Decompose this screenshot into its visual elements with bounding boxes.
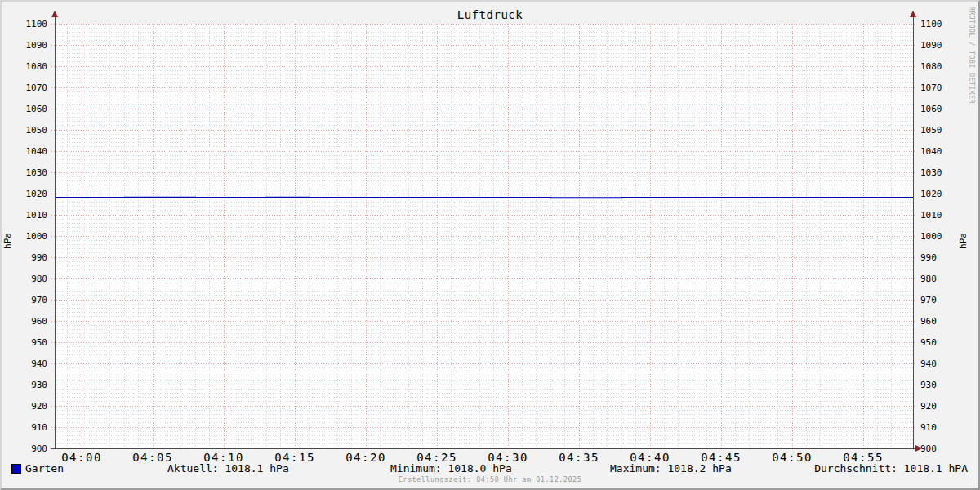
y-tick-label-right: 920 [920,402,963,411]
y-axis-unit-left: hPa [3,225,13,257]
y-tick-label-right: 930 [920,381,963,390]
stat-minimum: Minimum: 1018.0 hPa [390,462,512,474]
y-tick-label-right: 1060 [920,105,963,114]
y-tick-label-right: 1040 [920,147,963,156]
pressure-chart: Luftdruck RRDTOOL / TOBI OETIKER hPa hPa… [0,0,980,490]
x-tick-label: 04:35 [545,452,613,464]
y-tick-label-left: 940 [8,359,47,368]
y-tick-label-left: 910 [8,423,47,432]
series-color-swatch [11,464,21,474]
y-tick-label-right: 1020 [920,189,963,198]
y-tick-label-right: 1070 [920,83,963,92]
y-tick-label-left: 1020 [8,189,47,198]
y-tick-label-right: 1050 [920,126,963,135]
stat-average: Durchschnitt: 1018.1 hPA [814,462,968,474]
y-tick-label-right: 980 [920,274,963,283]
y-tick-label-right: 900 [920,444,963,453]
y-tick-label-left: 1040 [8,147,47,156]
y-tick-label-left: 1090 [8,41,47,50]
y-tick-label-left: 1050 [8,126,47,135]
y-tick-label-left: 900 [8,444,47,453]
y-tick-label-right: 960 [920,317,963,326]
y-tick-label-left: 1000 [8,232,47,241]
y-tick-label-right: 950 [920,338,963,347]
y-axis-unit-right: hPa [959,225,969,257]
y-tick-label-left: 990 [8,253,47,262]
y-tick-label-left: 1080 [8,62,47,71]
chart-canvas [0,0,980,490]
pressure-line [55,198,913,198]
y-tick-label-left: 1070 [8,83,47,92]
y-tick-label-left: 920 [8,402,47,411]
creation-timestamp: Erstellungszeit: 04:58 Uhr am 01.12.2025 [0,475,980,483]
y-tick-label-right: 990 [920,253,963,262]
stat-maximum: Maximum: 1018.2 hPa [610,462,732,474]
y-tick-label-right: 1090 [920,41,963,50]
y-tick-label-right: 970 [920,296,963,305]
y-tick-label-left: 1100 [8,20,47,29]
y-tick-label-right: 1030 [920,168,963,177]
y-tick-label-left: 930 [8,381,47,390]
rrdtool-watermark: RRDTOOL / TOBI OETIKER [968,7,975,104]
y-tick-label-right: 910 [920,423,963,432]
y-tick-label-left: 970 [8,296,47,305]
y-tick-label-right: 1000 [920,232,963,241]
chart-title: Luftdruck [0,8,980,21]
y-tick-label-right: 1010 [920,211,963,220]
y-tick-label-right: 1080 [920,62,963,71]
y-tick-label-right: 1100 [920,20,963,29]
y-tick-label-left: 980 [8,274,47,283]
y-tick-label-right: 940 [920,359,963,368]
stat-current: Aktuell: 1018.1 hPa [167,462,289,474]
y-tick-label-left: 1030 [8,168,47,177]
series-label: Garten [25,462,64,474]
y-tick-label-left: 1010 [8,211,47,220]
y-tick-label-left: 960 [8,317,47,326]
y-tick-label-left: 950 [8,338,47,347]
y-tick-label-left: 1060 [8,105,47,114]
series-layer [55,198,913,198]
